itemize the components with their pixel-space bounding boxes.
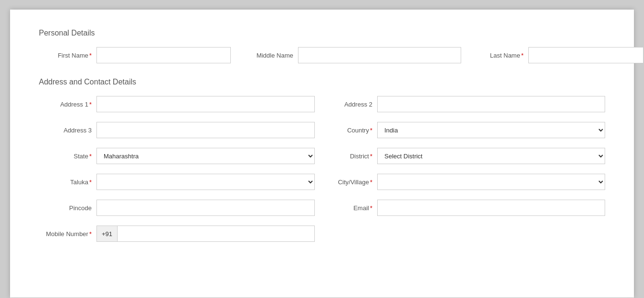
address-section: Address and Contact Details Address 1* A… xyxy=(39,78,605,242)
mobile-input-wrap: +91 xyxy=(96,226,315,242)
country-required-star: * xyxy=(370,127,372,134)
address-row-5: Pincode Email* xyxy=(39,200,605,216)
district-group: District* Select District xyxy=(329,148,605,164)
last-name-group: Last Name* xyxy=(471,47,644,63)
mobile-required-star: * xyxy=(89,230,92,238)
middle-name-group: Middle Name xyxy=(240,47,461,63)
mobile-group: Mobile Number* +91 xyxy=(39,226,315,242)
city-village-group: City/Village* xyxy=(329,174,605,190)
country-select[interactable]: India xyxy=(377,122,605,138)
taluka-label: Taluka* xyxy=(39,179,92,186)
taluka-group: Taluka* xyxy=(39,174,315,190)
address-row-1: Address 1* Address 2 xyxy=(39,96,605,112)
email-input[interactable] xyxy=(377,200,605,216)
mobile-input[interactable] xyxy=(117,226,315,242)
email-group: Email* xyxy=(329,200,605,216)
address3-group: Address 3 xyxy=(39,122,315,138)
first-name-label: First Name* xyxy=(39,52,92,59)
address-row-6: Mobile Number* +91 xyxy=(39,226,605,242)
last-name-label: Last Name* xyxy=(471,52,524,59)
city-village-required-star: * xyxy=(370,179,372,186)
first-name-input[interactable] xyxy=(96,47,231,63)
address1-label: Address 1* xyxy=(39,101,92,108)
state-label: State* xyxy=(39,153,92,160)
address-section-title: Address and Contact Details xyxy=(39,78,605,86)
city-village-label: City/Village* xyxy=(329,179,372,186)
address2-input[interactable] xyxy=(377,96,605,112)
address-row-4: Taluka* City/Village* xyxy=(39,174,605,190)
country-group: Country* India xyxy=(329,122,605,138)
district-select[interactable]: Select District xyxy=(377,148,605,164)
middle-name-input[interactable] xyxy=(298,47,461,63)
address3-input[interactable] xyxy=(96,122,315,138)
personal-details-section: Personal Details First Name* Middle Name… xyxy=(39,29,605,63)
city-village-select[interactable] xyxy=(377,174,605,190)
pincode-input[interactable] xyxy=(96,200,315,216)
first-name-group: First Name* xyxy=(39,47,231,63)
mobile-prefix: +91 xyxy=(96,226,117,242)
address1-input[interactable] xyxy=(96,96,315,112)
address-row-2: Address 3 Country* India xyxy=(39,122,605,138)
personal-details-row: First Name* Middle Name Last Name* xyxy=(39,47,605,63)
page-container: Personal Details First Name* Middle Name… xyxy=(10,10,634,298)
state-select[interactable]: Maharashtra xyxy=(96,148,315,164)
taluka-select[interactable] xyxy=(96,174,315,190)
country-label: Country* xyxy=(329,127,372,134)
address3-label: Address 3 xyxy=(39,127,92,134)
first-name-required-star: * xyxy=(89,52,92,59)
taluka-required-star: * xyxy=(89,179,92,186)
mobile-number-label: Mobile Number* xyxy=(39,230,92,238)
personal-details-title: Personal Details xyxy=(39,29,605,37)
address2-label: Address 2 xyxy=(329,101,372,108)
district-label: District* xyxy=(329,153,372,160)
pincode-label: Pincode xyxy=(39,204,92,212)
pincode-group: Pincode xyxy=(39,200,315,216)
address1-required-star: * xyxy=(89,101,92,108)
middle-name-label: Middle Name xyxy=(240,52,293,59)
state-required-star: * xyxy=(89,153,92,160)
email-label: Email* xyxy=(329,204,372,212)
email-required-star: * xyxy=(370,204,372,212)
state-group: State* Maharashtra xyxy=(39,148,315,164)
address2-group: Address 2 xyxy=(329,96,605,112)
address-row-3: State* Maharashtra District* Select Dist… xyxy=(39,148,605,164)
district-required-star: * xyxy=(370,153,372,160)
last-name-required-star: * xyxy=(521,52,524,59)
last-name-input[interactable] xyxy=(528,47,644,63)
address1-group: Address 1* xyxy=(39,96,315,112)
